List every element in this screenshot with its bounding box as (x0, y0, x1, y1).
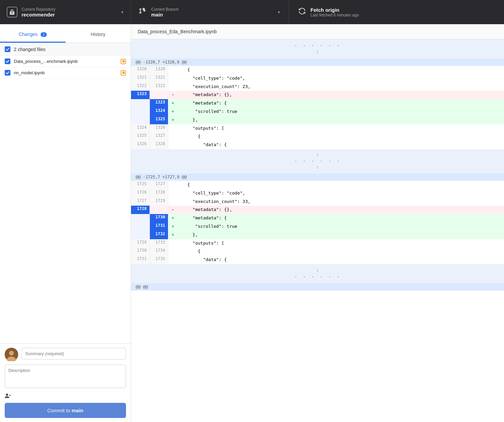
diff-line: 13241326 "outputs": [ (131, 124, 504, 133)
diff-line: 1731+ "scrolled": true (131, 222, 504, 231)
sidebar: Changes 2 History 2 changed files Data_p… (0, 24, 131, 422)
diff-line: 13201320 { (131, 66, 504, 74)
expand-mid[interactable]: ↓· · · · · ·↑ (131, 149, 504, 173)
expand-bottom[interactable]: ↓· · · · · · (131, 264, 504, 283)
summary-input[interactable] (22, 348, 126, 360)
diff-line: 1732+ }, (131, 231, 504, 239)
diff-line: 17311735 "data": { (131, 256, 504, 264)
diff-line: 1323+ "metadata": { (131, 99, 504, 108)
branch-name: main (151, 12, 178, 17)
svg-point-1 (9, 351, 14, 355)
tab-history-label: History (91, 32, 106, 37)
file-name-2: nn_model.ipynb (14, 70, 117, 75)
diff-line: 1323- "metadata": {}, (131, 91, 504, 99)
diff-line: 1728- "metadata": {}, (131, 206, 504, 214)
fetch-label: Fetch origin (310, 7, 359, 13)
changes-badge: 2 (41, 32, 47, 37)
sidebar-tabs: Changes 2 History (0, 24, 131, 43)
diff-line: 13251327 { (131, 132, 504, 141)
branch-icon (139, 8, 146, 17)
list-item[interactable]: Data_process_...enchmark.ipynb (0, 56, 131, 67)
tab-changes-label: Changes (19, 32, 38, 37)
hunk-footer: @@ @@ (131, 283, 504, 291)
commit-footer (5, 393, 126, 399)
diff-line: 17271729 "execution_count": 33, (131, 198, 504, 206)
diff-line: 1324+ "scrolled": true (131, 108, 504, 116)
tab-changes[interactable]: Changes 2 (0, 27, 66, 43)
commit-area: Commit to main (0, 343, 131, 422)
fetch-sub: Last fetched 6 minutes ago (310, 13, 359, 17)
commit-button[interactable]: Commit to main (5, 403, 126, 418)
file-status-1 (121, 59, 126, 64)
avatar (5, 348, 18, 361)
app-header: Current Repository recommender ▼ Current… (0, 0, 504, 24)
select-all-checkbox[interactable] (5, 46, 10, 52)
fetch-origin-button[interactable]: Fetch origin Last fetched 6 minutes ago (289, 0, 504, 24)
repo-label: Current Repository (22, 7, 55, 12)
expand-top[interactable]: · · · · · ·↑ (131, 39, 504, 58)
list-item[interactable]: nn_model.ipynb (0, 67, 131, 79)
branch-label: Current Branch (151, 7, 178, 12)
diff-table: · · · · · ·↑@@ -1320,7 +1320,9 @@1320132… (131, 39, 504, 291)
diff-line: 17301734 { (131, 247, 504, 256)
file-checkbox-2[interactable] (5, 70, 10, 76)
repo-icon (7, 7, 17, 17)
add-coauthor-button[interactable] (5, 393, 11, 399)
branch-selector[interactable]: Current Branch main ▼ (131, 0, 289, 24)
tab-history[interactable]: History (66, 27, 131, 43)
file-name-1: Data_process_...enchmark.ipynb (14, 59, 117, 64)
diff-line: 1730+ "metadata": { (131, 214, 504, 222)
file-status-2 (121, 70, 126, 76)
repo-name: recommender (22, 12, 55, 17)
description-input[interactable] (5, 365, 126, 388)
hunk-header: @@ -1320,7 +1320,9 @@ (131, 58, 504, 66)
diff-filename: Data_process_Eda_Benchmark.ipynb (131, 24, 504, 39)
file-checkbox-1[interactable] (5, 58, 10, 64)
commit-row (5, 348, 126, 361)
main-layout: Changes 2 History 2 changed files Data_p… (0, 24, 504, 422)
diff-panel: Data_process_Eda_Benchmark.ipynb · · · ·… (131, 24, 504, 422)
diff-line: 13221322 "execution_count": 23, (131, 83, 504, 91)
diff-line: 17251727 { (131, 181, 504, 189)
changed-files-count: 2 changed files (14, 47, 45, 52)
diff-content[interactable]: · · · · · ·↑@@ -1320,7 +1320,9 @@1320132… (131, 39, 504, 422)
diff-line: 17261728 "cell_type": "code", (131, 189, 504, 198)
changed-files-header: 2 changed files (0, 43, 131, 56)
sync-icon (298, 7, 306, 17)
diff-line: 17291733 "outputs": [ (131, 239, 504, 248)
diff-line: 13211321 "cell_type": "code", (131, 74, 504, 83)
repo-chevron-icon: ▼ (121, 10, 124, 14)
branch-chevron-icon: ▼ (277, 10, 281, 14)
diff-line: 1325+ }, (131, 116, 504, 124)
diff-line: 13261328 "data": { (131, 141, 504, 149)
repo-selector[interactable]: Current Repository recommender ▼ (0, 0, 131, 24)
file-list: Data_process_...enchmark.ipynb nn_model.… (0, 56, 131, 343)
hunk-header: @@ -1725,7 +1727,9 @@ (131, 173, 504, 181)
